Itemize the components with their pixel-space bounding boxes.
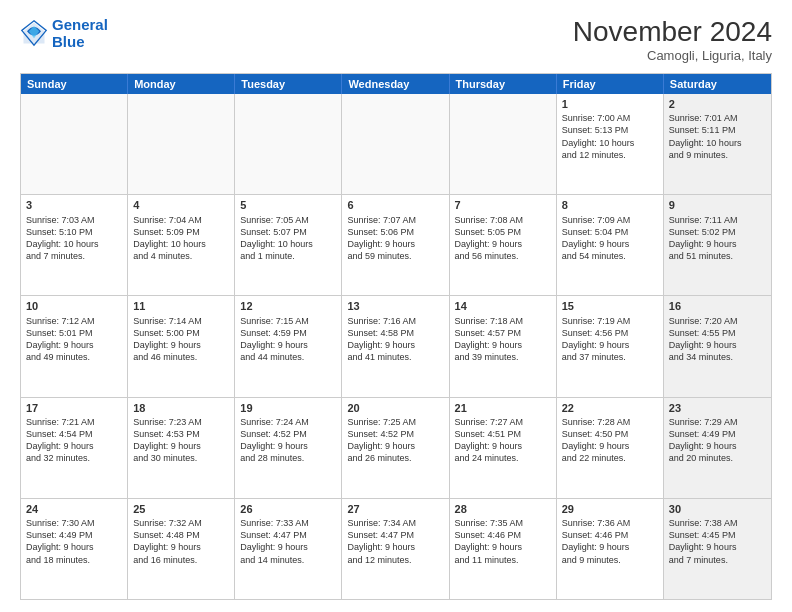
calendar-cell-day-20: 20Sunrise: 7:25 AM Sunset: 4:52 PM Dayli…	[342, 398, 449, 498]
header-day-friday: Friday	[557, 74, 664, 94]
day-info: Sunrise: 7:32 AM Sunset: 4:48 PM Dayligh…	[133, 517, 229, 566]
day-info: Sunrise: 7:30 AM Sunset: 4:49 PM Dayligh…	[26, 517, 122, 566]
calendar-cell-day-30: 30Sunrise: 7:38 AM Sunset: 4:45 PM Dayli…	[664, 499, 771, 599]
day-info: Sunrise: 7:36 AM Sunset: 4:46 PM Dayligh…	[562, 517, 658, 566]
day-number: 13	[347, 299, 443, 313]
day-number: 21	[455, 401, 551, 415]
day-number: 30	[669, 502, 766, 516]
calendar-cell-day-10: 10Sunrise: 7:12 AM Sunset: 5:01 PM Dayli…	[21, 296, 128, 396]
calendar-cell-day-16: 16Sunrise: 7:20 AM Sunset: 4:55 PM Dayli…	[664, 296, 771, 396]
calendar-row-3: 17Sunrise: 7:21 AM Sunset: 4:54 PM Dayli…	[21, 397, 771, 498]
day-info: Sunrise: 7:09 AM Sunset: 5:04 PM Dayligh…	[562, 214, 658, 263]
calendar-row-2: 10Sunrise: 7:12 AM Sunset: 5:01 PM Dayli…	[21, 295, 771, 396]
day-number: 19	[240, 401, 336, 415]
day-info: Sunrise: 7:16 AM Sunset: 4:58 PM Dayligh…	[347, 315, 443, 364]
logo: General Blue	[20, 16, 108, 50]
calendar-cell-day-9: 9Sunrise: 7:11 AM Sunset: 5:02 PM Daylig…	[664, 195, 771, 295]
calendar-row-1: 3Sunrise: 7:03 AM Sunset: 5:10 PM Daylig…	[21, 194, 771, 295]
calendar-cell-day-26: 26Sunrise: 7:33 AM Sunset: 4:47 PM Dayli…	[235, 499, 342, 599]
day-number: 5	[240, 198, 336, 212]
day-info: Sunrise: 7:20 AM Sunset: 4:55 PM Dayligh…	[669, 315, 766, 364]
day-number: 10	[26, 299, 122, 313]
day-info: Sunrise: 7:19 AM Sunset: 4:56 PM Dayligh…	[562, 315, 658, 364]
day-info: Sunrise: 7:14 AM Sunset: 5:00 PM Dayligh…	[133, 315, 229, 364]
logo-icon	[20, 19, 48, 47]
calendar-cell-day-4: 4Sunrise: 7:04 AM Sunset: 5:09 PM Daylig…	[128, 195, 235, 295]
calendar-cell-day-29: 29Sunrise: 7:36 AM Sunset: 4:46 PM Dayli…	[557, 499, 664, 599]
day-number: 12	[240, 299, 336, 313]
day-info: Sunrise: 7:05 AM Sunset: 5:07 PM Dayligh…	[240, 214, 336, 263]
calendar-cell-day-14: 14Sunrise: 7:18 AM Sunset: 4:57 PM Dayli…	[450, 296, 557, 396]
day-info: Sunrise: 7:07 AM Sunset: 5:06 PM Dayligh…	[347, 214, 443, 263]
day-info: Sunrise: 7:38 AM Sunset: 4:45 PM Dayligh…	[669, 517, 766, 566]
day-number: 28	[455, 502, 551, 516]
day-number: 25	[133, 502, 229, 516]
calendar-cell-day-8: 8Sunrise: 7:09 AM Sunset: 5:04 PM Daylig…	[557, 195, 664, 295]
calendar-body: 1Sunrise: 7:00 AM Sunset: 5:13 PM Daylig…	[21, 94, 771, 599]
day-info: Sunrise: 7:24 AM Sunset: 4:52 PM Dayligh…	[240, 416, 336, 465]
calendar-cell-day-25: 25Sunrise: 7:32 AM Sunset: 4:48 PM Dayli…	[128, 499, 235, 599]
calendar-cell-day-19: 19Sunrise: 7:24 AM Sunset: 4:52 PM Dayli…	[235, 398, 342, 498]
calendar-row-0: 1Sunrise: 7:00 AM Sunset: 5:13 PM Daylig…	[21, 94, 771, 194]
calendar-cell-empty-0-4	[450, 94, 557, 194]
calendar-cell-day-15: 15Sunrise: 7:19 AM Sunset: 4:56 PM Dayli…	[557, 296, 664, 396]
day-info: Sunrise: 7:11 AM Sunset: 5:02 PM Dayligh…	[669, 214, 766, 263]
day-number: 8	[562, 198, 658, 212]
calendar-cell-day-12: 12Sunrise: 7:15 AM Sunset: 4:59 PM Dayli…	[235, 296, 342, 396]
day-info: Sunrise: 7:25 AM Sunset: 4:52 PM Dayligh…	[347, 416, 443, 465]
calendar-row-4: 24Sunrise: 7:30 AM Sunset: 4:49 PM Dayli…	[21, 498, 771, 599]
header-day-saturday: Saturday	[664, 74, 771, 94]
header-day-thursday: Thursday	[450, 74, 557, 94]
title-block: November 2024 Camogli, Liguria, Italy	[573, 16, 772, 63]
day-number: 2	[669, 97, 766, 111]
calendar-cell-day-2: 2Sunrise: 7:01 AM Sunset: 5:11 PM Daylig…	[664, 94, 771, 194]
day-info: Sunrise: 7:00 AM Sunset: 5:13 PM Dayligh…	[562, 112, 658, 161]
day-number: 22	[562, 401, 658, 415]
header-day-wednesday: Wednesday	[342, 74, 449, 94]
calendar-cell-day-17: 17Sunrise: 7:21 AM Sunset: 4:54 PM Dayli…	[21, 398, 128, 498]
day-info: Sunrise: 7:29 AM Sunset: 4:49 PM Dayligh…	[669, 416, 766, 465]
day-number: 23	[669, 401, 766, 415]
day-number: 1	[562, 97, 658, 111]
day-number: 16	[669, 299, 766, 313]
day-info: Sunrise: 7:34 AM Sunset: 4:47 PM Dayligh…	[347, 517, 443, 566]
calendar-header: SundayMondayTuesdayWednesdayThursdayFrid…	[21, 74, 771, 94]
day-info: Sunrise: 7:27 AM Sunset: 4:51 PM Dayligh…	[455, 416, 551, 465]
day-number: 14	[455, 299, 551, 313]
header-day-monday: Monday	[128, 74, 235, 94]
calendar-cell-day-27: 27Sunrise: 7:34 AM Sunset: 4:47 PM Dayli…	[342, 499, 449, 599]
header-day-sunday: Sunday	[21, 74, 128, 94]
calendar-cell-day-6: 6Sunrise: 7:07 AM Sunset: 5:06 PM Daylig…	[342, 195, 449, 295]
day-info: Sunrise: 7:12 AM Sunset: 5:01 PM Dayligh…	[26, 315, 122, 364]
calendar-cell-day-21: 21Sunrise: 7:27 AM Sunset: 4:51 PM Dayli…	[450, 398, 557, 498]
day-info: Sunrise: 7:21 AM Sunset: 4:54 PM Dayligh…	[26, 416, 122, 465]
day-info: Sunrise: 7:08 AM Sunset: 5:05 PM Dayligh…	[455, 214, 551, 263]
logo-text: General Blue	[52, 16, 108, 50]
calendar-cell-empty-0-0	[21, 94, 128, 194]
calendar-cell-day-5: 5Sunrise: 7:05 AM Sunset: 5:07 PM Daylig…	[235, 195, 342, 295]
month-title: November 2024	[573, 16, 772, 48]
calendar-cell-day-24: 24Sunrise: 7:30 AM Sunset: 4:49 PM Dayli…	[21, 499, 128, 599]
day-info: Sunrise: 7:15 AM Sunset: 4:59 PM Dayligh…	[240, 315, 336, 364]
calendar-cell-day-7: 7Sunrise: 7:08 AM Sunset: 5:05 PM Daylig…	[450, 195, 557, 295]
day-number: 18	[133, 401, 229, 415]
day-number: 9	[669, 198, 766, 212]
day-info: Sunrise: 7:18 AM Sunset: 4:57 PM Dayligh…	[455, 315, 551, 364]
day-number: 4	[133, 198, 229, 212]
calendar-cell-day-11: 11Sunrise: 7:14 AM Sunset: 5:00 PM Dayli…	[128, 296, 235, 396]
calendar-cell-day-3: 3Sunrise: 7:03 AM Sunset: 5:10 PM Daylig…	[21, 195, 128, 295]
day-number: 15	[562, 299, 658, 313]
page: General Blue November 2024 Camogli, Ligu…	[0, 0, 792, 612]
day-number: 11	[133, 299, 229, 313]
day-info: Sunrise: 7:23 AM Sunset: 4:53 PM Dayligh…	[133, 416, 229, 465]
day-info: Sunrise: 7:04 AM Sunset: 5:09 PM Dayligh…	[133, 214, 229, 263]
calendar-cell-day-28: 28Sunrise: 7:35 AM Sunset: 4:46 PM Dayli…	[450, 499, 557, 599]
day-number: 6	[347, 198, 443, 212]
day-info: Sunrise: 7:01 AM Sunset: 5:11 PM Dayligh…	[669, 112, 766, 161]
header: General Blue November 2024 Camogli, Ligu…	[20, 16, 772, 63]
day-info: Sunrise: 7:33 AM Sunset: 4:47 PM Dayligh…	[240, 517, 336, 566]
day-info: Sunrise: 7:03 AM Sunset: 5:10 PM Dayligh…	[26, 214, 122, 263]
location: Camogli, Liguria, Italy	[573, 48, 772, 63]
day-number: 26	[240, 502, 336, 516]
day-number: 7	[455, 198, 551, 212]
